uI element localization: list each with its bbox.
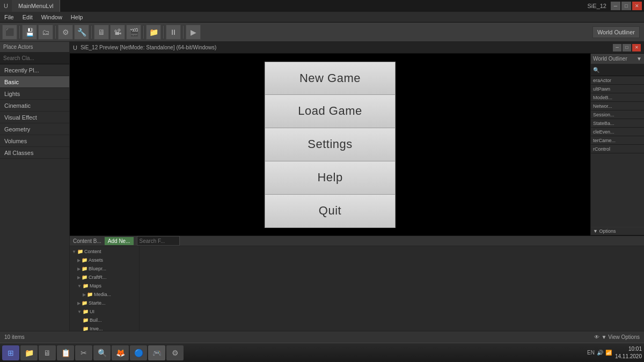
taskbar-volume-icon: 🔊: [597, 350, 603, 356]
nav-recently-placed[interactable]: Recently Pl...: [0, 64, 69, 76]
world-outliner-title: World Outliner: [593, 56, 627, 62]
tree-media-arrow: ▶: [83, 292, 86, 297]
taskbar-btn-7[interactable]: 🎮: [148, 345, 165, 360]
tree-maps[interactable]: ▼ 📁 Maps: [70, 282, 139, 290]
tree-craftr[interactable]: ▶ 📁 CraftR...: [70, 273, 139, 282]
title-username: SiE_12: [583, 3, 611, 9]
preview-minimize-btn[interactable]: ─: [613, 44, 621, 51]
toolbar-save-btn[interactable]: 💾: [22, 25, 37, 40]
status-bar: 10 items 👁 ▼ View Options: [70, 331, 644, 343]
world-outliner-arrow[interactable]: ▼: [636, 56, 642, 62]
tree-blueprints-arrow: ▶: [77, 267, 80, 271]
settings-button[interactable]: Settings: [265, 128, 396, 161]
tree-starter[interactable]: ▶ 📁 Starte...: [70, 299, 139, 307]
nav-basic[interactable]: Basic: [0, 76, 69, 88]
taskbar-language: EN: [587, 350, 595, 356]
content-browser-title: Content B...: [73, 238, 101, 244]
tree-blueprints[interactable]: ▶ 📁 Bluepr...: [70, 264, 139, 273]
toolbar-content-btn[interactable]: 🗂: [38, 25, 53, 40]
view-options-icon: 👁: [594, 334, 599, 340]
game-menu: New Game Load Game Settings Help Quit: [265, 62, 396, 228]
nav-geometry[interactable]: Geometry: [0, 123, 69, 135]
menu-window[interactable]: Window: [37, 12, 67, 23]
taskbar-btn-0[interactable]: 📁: [20, 345, 38, 360]
toolbar-media-btn[interactable]: 📽: [110, 25, 125, 40]
place-actors-header: Place Actors: [0, 42, 69, 53]
tree-assets[interactable]: ▶ 📁 Assets: [70, 256, 139, 264]
taskbar-btn-4[interactable]: 🔍: [93, 345, 111, 360]
nav-visual-effect[interactable]: Visual Effect: [0, 112, 69, 123]
start-button[interactable]: ⊞: [2, 345, 19, 360]
taskbar: ⊞ 📁 🖥 📋 ✂ 🔍 🦊 🔵 🎮 ⚙ EN 🔊 📶 10:01 14.11.2…: [0, 343, 644, 362]
tree-assets-arrow: ▶: [77, 258, 80, 263]
menu-bar: File Edit Window Help: [0, 12, 644, 23]
taskbar-btn-5[interactable]: 🦊: [112, 345, 129, 360]
tree-ui-arrow: ▼: [77, 309, 82, 314]
game-viewport: New Game Load Game Settings Help Quit: [70, 54, 590, 235]
taskbar-btn-6[interactable]: 🔵: [130, 345, 147, 360]
content-area: [140, 246, 644, 343]
toolbar-anim-btn[interactable]: 🎬: [126, 25, 141, 40]
view-options-btn[interactable]: 👁 ▼ View Options: [594, 334, 640, 340]
restore-button[interactable]: □: [621, 2, 631, 10]
add-new-button[interactable]: Add Ne...: [105, 237, 134, 245]
right-search-box[interactable]: 🔍: [591, 64, 644, 76]
new-game-button[interactable]: New Game: [265, 62, 396, 95]
toolbar-folder-btn[interactable]: 📁: [146, 25, 161, 40]
toolbar-pause-btn[interactable]: ⏸: [166, 25, 181, 40]
title-controls: ─ □ ✕: [611, 2, 644, 10]
taskbar-btn-3[interactable]: ✂: [75, 345, 92, 360]
tree-media[interactable]: ▶ 📁 Media...: [70, 290, 139, 299]
outliner-item-1[interactable]: ultPawn: [591, 85, 644, 93]
outliner-item-6[interactable]: cleEven...: [591, 128, 644, 136]
close-button[interactable]: ✕: [632, 2, 642, 10]
toolbar-viewport-btn[interactable]: 🖥: [94, 25, 109, 40]
nav-cinematic[interactable]: Cinematic: [0, 100, 69, 112]
bottom-content: ▼ 📁 Content ▶ 📁 Assets ▶ 📁 Bluepr...: [70, 246, 644, 343]
outliner-item-2[interactable]: ModeB...: [591, 93, 644, 102]
preview-close-btn[interactable]: ✕: [632, 44, 641, 51]
outliner-item-4[interactable]: Session...: [591, 110, 644, 119]
taskbar-btn-8[interactable]: ⚙: [166, 345, 184, 360]
quit-button[interactable]: Quit: [265, 195, 396, 228]
left-panel: Place Actors Recently Pl... Basic Lights…: [0, 42, 70, 343]
nav-volumes[interactable]: Volumes: [0, 135, 69, 147]
help-button[interactable]: Help: [265, 161, 396, 195]
toolbar-mode-btn[interactable]: ⬛: [2, 25, 17, 40]
tree-craftr-arrow: ▶: [77, 275, 80, 280]
content-search[interactable]: [137, 236, 180, 246]
toolbar-actor2-btn[interactable]: 🔧: [74, 25, 89, 40]
minimize-button[interactable]: ─: [611, 2, 620, 10]
outliner-item-0[interactable]: eraActor: [591, 76, 644, 85]
taskbar-tray: EN 🔊 📶: [585, 350, 614, 356]
outliner-item-3[interactable]: Networ...: [591, 102, 644, 110]
nav-all-classes[interactable]: All Classes: [0, 147, 69, 159]
folder-icon-ui: 📁: [83, 309, 89, 314]
title-tab[interactable]: MainMenuLvl: [12, 0, 60, 12]
menu-edit[interactable]: Edit: [18, 12, 37, 23]
tree-build[interactable]: 📁 Buil...: [70, 316, 139, 324]
outliner-options[interactable]: ▼ Options: [591, 227, 644, 235]
menu-file[interactable]: File: [0, 12, 18, 23]
preview-restore-btn[interactable]: □: [623, 44, 631, 51]
taskbar-btn-2[interactable]: 📋: [57, 345, 74, 360]
load-game-button[interactable]: Load Game: [265, 95, 396, 128]
preview-ue-icon: U: [73, 45, 77, 51]
toolbar-play-btn[interactable]: ▶: [186, 25, 201, 40]
folder-icon-blueprints: 📁: [82, 266, 87, 271]
place-actors-search[interactable]: [0, 53, 69, 64]
toolbar-actor-btn[interactable]: ⚙: [58, 25, 73, 40]
outliner-item-8[interactable]: rControl: [591, 145, 644, 153]
nav-lights[interactable]: Lights: [0, 88, 69, 100]
tree-ui[interactable]: ▼ 📁 UI: [70, 307, 139, 316]
menu-help[interactable]: Help: [67, 12, 87, 23]
taskbar-btn-1[interactable]: 🖥: [39, 345, 56, 360]
world-outliner-label[interactable]: World Outliner: [592, 26, 640, 38]
tree-content[interactable]: ▼ 📁 Content: [70, 247, 139, 256]
outliner-item-5[interactable]: StateBa...: [591, 119, 644, 128]
outliner-item-7[interactable]: terCame...: [591, 136, 644, 145]
tree-maps-arrow: ▼: [77, 284, 82, 289]
tree-starter-arrow: ▶: [77, 301, 80, 306]
toolbar: ⬛ 💾 🗂 ⚙ 🔧 🖥 📽 🎬 📁 ⏸ ▶ World Outliner: [0, 23, 644, 42]
toolbar-sep-2: [55, 26, 56, 39]
